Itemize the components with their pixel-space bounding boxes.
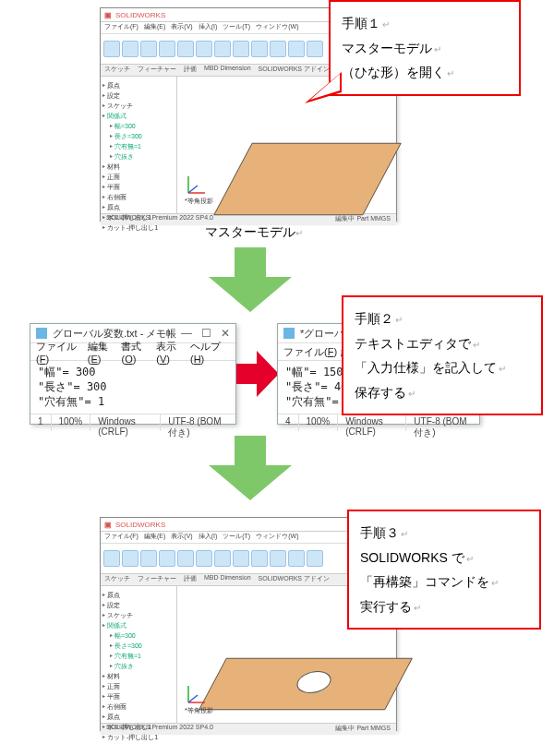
tree-node[interactable]: 設定 (102, 90, 175, 101)
tree-node[interactable]: 材料 (102, 671, 175, 681)
tree-node[interactable]: 正面 (102, 172, 175, 182)
maximize-icon[interactable]: ☐ (201, 327, 211, 340)
ribbon-icon[interactable] (270, 550, 286, 567)
sw1-viewport[interactable]: *等角投影 (177, 77, 396, 213)
np-menu-file[interactable]: ファイル(F) (36, 340, 84, 365)
ribbon-icon[interactable] (159, 550, 175, 567)
caption-master-model: マスターモデル↵ (205, 224, 303, 241)
sw-menu-window[interactable]: ウィンドウ(W) (256, 532, 298, 543)
ribbon-icon[interactable] (288, 41, 305, 57)
sw-menu-tools[interactable]: ツール(T) (223, 22, 250, 33)
ribbon-icon[interactable] (140, 41, 157, 57)
sw-menu-file[interactable]: ファイル(F) (104, 22, 138, 33)
sw-tab-sketch[interactable]: スケッチ (104, 65, 130, 76)
callout1-tail-icon (305, 72, 342, 109)
sw2-feature-tree[interactable]: 原点 設定 スケッチ 関係式 幅=300 長さ=300 穴有無=1 穴抜き 材料… (101, 586, 177, 723)
sw-tab-eval[interactable]: 評価 (184, 574, 197, 585)
np-menu-view[interactable]: 表示(V) (156, 340, 187, 365)
tree-node[interactable]: 原点 (102, 712, 175, 722)
ribbon-icon[interactable] (307, 550, 323, 567)
ribbon-icon[interactable] (177, 41, 194, 57)
window-controls[interactable]: —☐✕ (181, 327, 230, 340)
sw-tab-eval[interactable]: 評価 (184, 65, 197, 76)
ribbon-icon[interactable] (233, 41, 249, 57)
callout1-line1: 手順１ (342, 11, 508, 36)
close-icon[interactable]: ✕ (221, 327, 230, 340)
minimize-icon[interactable]: — (181, 327, 192, 340)
svg-marker-6 (236, 351, 279, 397)
tree-node[interactable]: 穴抜き (102, 661, 175, 671)
svg-marker-5 (209, 247, 292, 312)
sw-tab-sketch[interactable]: スケッチ (104, 574, 130, 585)
sw-menu-insert[interactable]: 挿入(I) (199, 532, 218, 543)
tree-node[interactable]: スケッチ (102, 101, 175, 111)
ribbon-icon[interactable] (159, 41, 175, 57)
tree-node[interactable]: 関係式 (102, 620, 175, 630)
ribbon-icon[interactable] (214, 550, 231, 567)
sw-menu-view[interactable]: 表示(V) (171, 532, 192, 543)
svg-line-2 (188, 186, 198, 193)
sw-menu-edit[interactable]: 編集(E) (144, 532, 165, 543)
sw-menu-view[interactable]: 表示(V) (171, 22, 192, 33)
sw-tab-feature[interactable]: フィーチャー (138, 65, 176, 76)
sw1-body: 原点 設定 スケッチ 関係式 幅=300 長さ=300 穴有無=1 穴抜き 材料… (101, 77, 396, 213)
tree-node[interactable]: 原点 (102, 590, 175, 600)
ribbon-icon[interactable] (307, 41, 323, 57)
tree-node[interactable]: 材料 (102, 162, 175, 172)
tree-node[interactable]: 右側面 (102, 702, 175, 712)
ribbon-icon[interactable] (288, 550, 305, 567)
callout3-line4: 実行する (360, 594, 528, 619)
ribbon-icon[interactable] (103, 550, 120, 567)
tree-node[interactable]: 幅=300 (102, 121, 175, 131)
tree-node[interactable]: 幅=300 (102, 630, 175, 641)
solidworks-logo-icon: ▣ (104, 11, 112, 19)
np-menu-format[interactable]: 書式(O) (121, 340, 152, 365)
ribbon-icon[interactable] (103, 41, 120, 57)
ribbon-icon[interactable] (251, 550, 268, 567)
ribbon-icon[interactable] (196, 550, 212, 567)
tree-node[interactable]: スケッチ (102, 610, 175, 620)
sw2-brand: SOLIDWORKS (115, 521, 165, 529)
tree-node[interactable]: 穴有無=1 (102, 141, 175, 151)
sw-menu-edit[interactable]: 編集(E) (144, 22, 165, 33)
sw2-statusbar: SOLIDWORKS Premium 2022 SP4.0 編集中 Part M… (101, 723, 396, 735)
tree-node[interactable]: 設定 (102, 600, 175, 610)
tree-node[interactable]: 右側面 (102, 192, 175, 202)
ribbon-icon[interactable] (140, 550, 157, 567)
tree-node[interactable]: 平面 (102, 182, 175, 192)
sw-tab-addin[interactable]: SOLIDWORKS アドイン (259, 574, 330, 585)
ribbon-icon[interactable] (177, 550, 194, 567)
sw-tab-mbd[interactable]: MBD Dimension (204, 574, 251, 585)
sw-tab-mbd[interactable]: MBD Dimension (204, 65, 251, 76)
tree-node[interactable]: 関係式 (102, 111, 175, 121)
np1-body[interactable]: "幅"= 300 "長さ"= 300 "穴有無"= 1 (30, 361, 235, 414)
ribbon-icon[interactable] (122, 41, 138, 57)
tree-node[interactable]: 穴有無=1 (102, 651, 175, 661)
np-menu-help[interactable]: ヘルプ(H) (190, 340, 230, 365)
ribbon-icon[interactable] (251, 41, 268, 57)
tree-node[interactable]: 原点 (102, 80, 175, 90)
sw1-feature-tree[interactable]: 原点 設定 スケッチ 関係式 幅=300 長さ=300 穴有無=1 穴抜き 材料… (101, 77, 177, 213)
tree-node[interactable]: 長さ=300 (102, 131, 175, 141)
sw-menu-window[interactable]: ウィンドウ(W) (256, 22, 298, 33)
ribbon-icon[interactable] (122, 550, 138, 567)
tree-node[interactable]: 穴抜き (102, 151, 175, 162)
ribbon-icon[interactable] (270, 41, 286, 57)
np-menu-edit[interactable]: 編集(E) (88, 340, 118, 365)
ribbon-icon[interactable] (214, 41, 231, 57)
tree-node[interactable]: 正面 (102, 681, 175, 691)
tree-node[interactable]: 平面 (102, 691, 175, 702)
np-status-zoom: 100% (299, 414, 339, 431)
np1-menubar[interactable]: ファイル(F) 編集(E) 書式(O) 表示(V) ヘルプ(H) (30, 343, 235, 361)
sw-menu-tools[interactable]: ツール(T) (223, 532, 250, 543)
callout2-line4: 保存する (355, 380, 530, 405)
sw-tab-feature[interactable]: フィーチャー (138, 574, 176, 585)
sw-menu-insert[interactable]: 挿入(I) (199, 22, 218, 33)
ribbon-icon[interactable] (233, 550, 249, 567)
tree-node[interactable]: 長さ=300 (102, 641, 175, 651)
np-menu-file[interactable]: ファイル(F) (283, 345, 337, 359)
solidworks-logo-icon: ▣ (104, 521, 112, 529)
ribbon-icon[interactable] (196, 41, 212, 57)
tree-node[interactable]: 原点 (102, 202, 175, 212)
sw-menu-file[interactable]: ファイル(F) (104, 532, 138, 543)
